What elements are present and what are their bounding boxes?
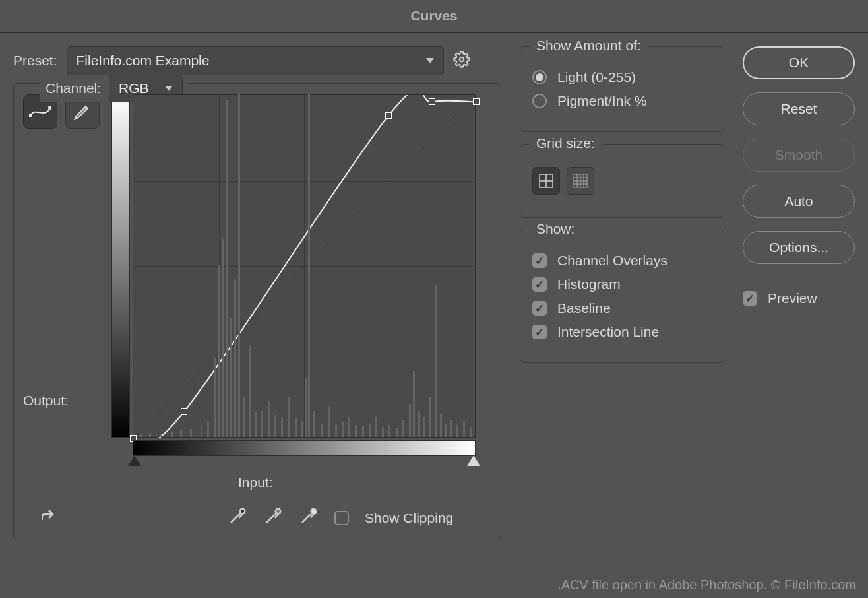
preview-checkbox[interactable]: [743, 291, 757, 306]
show-fieldset: Show: Channel Overlays Histogram Baselin…: [520, 230, 724, 363]
svg-point-6: [311, 509, 317, 514]
auto-button[interactable]: Auto: [743, 185, 855, 218]
pigment-radio[interactable]: [532, 94, 547, 108]
preview-label: Preview: [768, 290, 817, 306]
baseline-checkbox[interactable]: [532, 301, 547, 316]
intersection-label: Intersection Line: [557, 324, 659, 340]
show-amount-legend: Show Amount of:: [530, 38, 648, 53]
white-point-slider[interactable]: [467, 455, 480, 466]
smooth-button: Smooth: [743, 139, 855, 172]
channel-overlays-checkbox[interactable]: [532, 253, 547, 268]
channel-label: Channel:: [46, 81, 101, 96]
preset-label: Preset:: [13, 53, 57, 69]
preset-select[interactable]: FileInfo.com Example: [67, 46, 444, 75]
input-gradient[interactable]: [133, 440, 476, 456]
curve-line: [133, 95, 476, 438]
svg-point-0: [459, 57, 464, 61]
curves-graph[interactable]: [133, 94, 476, 438]
reset-button[interactable]: Reset: [743, 92, 855, 125]
show-clipping-label: Show Clipping: [365, 510, 453, 526]
histogram-checkbox[interactable]: [532, 277, 547, 292]
black-point-slider[interactable]: [128, 455, 141, 466]
histogram-label: Histogram: [557, 277, 621, 292]
svg-point-4: [240, 509, 245, 514]
chevron-down-icon: [165, 86, 173, 91]
on-image-tool-icon[interactable]: [38, 507, 59, 529]
channel-overlays-label: Channel Overlays: [557, 253, 667, 269]
ok-button[interactable]: OK: [743, 46, 855, 79]
grid-10x10-button[interactable]: [567, 167, 594, 195]
grid-4x4-button[interactable]: [532, 167, 560, 195]
curve-point[interactable]: [473, 98, 480, 105]
svg-point-1: [29, 114, 32, 117]
chevron-down-icon: [426, 58, 434, 63]
output-gradient: [111, 94, 130, 438]
curve-point[interactable]: [385, 112, 392, 119]
pigment-radio-label: Pigment/Ink %: [557, 93, 646, 109]
output-label: Output:: [23, 393, 100, 409]
curve-point[interactable]: [181, 408, 187, 415]
svg-point-2: [49, 106, 51, 109]
grid-size-legend: Grid size:: [530, 135, 602, 151]
show-legend: Show:: [530, 221, 581, 237]
white-eyedropper-icon[interactable]: [299, 506, 319, 529]
svg-line-3: [133, 95, 476, 438]
show-clipping-checkbox[interactable]: [334, 511, 349, 525]
gray-eyedropper-icon[interactable]: [263, 506, 283, 529]
options-button[interactable]: Options...: [743, 231, 855, 264]
input-label: Input:: [238, 475, 476, 490]
show-amount-fieldset: Show Amount of: Light (0-255) Pigment/In…: [520, 46, 724, 132]
footer-caption: .ACV file open in Adobe Photoshop. © Fil…: [557, 578, 856, 593]
baseline-label: Baseline: [557, 300, 611, 316]
grid-size-fieldset: Grid size:: [520, 144, 724, 218]
curves-panel: Channel: RGB Output:: [13, 83, 501, 539]
preset-value: FileInfo.com Example: [77, 53, 210, 69]
curve-point[interactable]: [429, 98, 435, 105]
gear-icon[interactable]: [453, 51, 470, 71]
svg-point-5: [276, 509, 281, 514]
light-radio-label: Light (0-255): [557, 69, 636, 85]
light-radio[interactable]: [532, 70, 547, 84]
black-eyedropper-icon[interactable]: [228, 506, 247, 529]
intersection-checkbox[interactable]: [532, 325, 547, 339]
dialog-title: Curves: [0, 0, 868, 33]
